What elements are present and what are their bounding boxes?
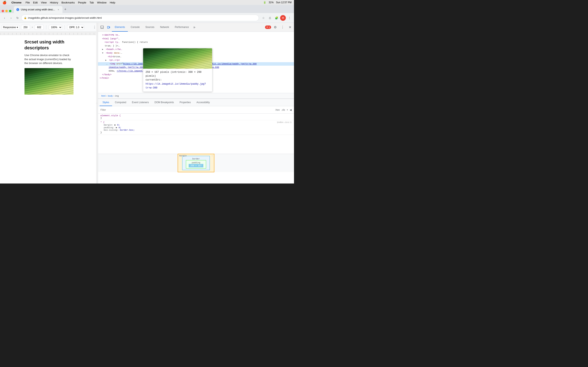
maximize-button[interactable] — [9, 10, 11, 12]
devtools-toolbar-right: ✕ 1 ⚙ ⋮ ✕ — [265, 24, 293, 31]
devtools-toolbar: Elements Console Sources Network Perform… — [98, 23, 294, 32]
tab-performance[interactable]: Performance — [172, 23, 192, 32]
devtools-close-button[interactable]: ✕ — [287, 24, 293, 31]
html-source-panel[interactable]: 250 × 167 pixels (intrinsic: 300 × 200 p… — [98, 32, 294, 93]
menu-bookmarks[interactable]: Bookmarks — [61, 1, 75, 4]
zoom-select[interactable]: 100% — [49, 25, 62, 30]
width-input[interactable] — [21, 25, 30, 30]
devtools-settings-button[interactable]: ⚙ — [272, 24, 278, 31]
cls-button[interactable]: .cls — [281, 108, 285, 111]
breadcrumb-img[interactable]: img — [114, 95, 120, 97]
element-style-close: } — [100, 117, 102, 119]
url-text: imagekitio.github.io/responsive-images-g… — [28, 16, 256, 19]
breadcrumb-bar: html › body › img — [98, 93, 294, 99]
currentsrc-value: https://ik.imagekit.io/ikmedia/paddy.jpg… — [146, 83, 206, 89]
box-model-info: margin - border padding 250 × 167 — [178, 154, 214, 172]
filter-actions: :hov .cls + ◀ — [275, 108, 292, 111]
menu-history[interactable]: History — [50, 1, 58, 4]
address-input[interactable]: 🔒 imagekitio.github.io/responsive-images… — [21, 15, 259, 21]
height-input[interactable] — [35, 25, 44, 30]
tab-sources[interactable]: Sources — [143, 23, 157, 32]
extension-button[interactable]: 🧩 — [274, 15, 279, 21]
tooltip-currentsrc: currentSrc: https://ik.imagekit.io/ikmed… — [146, 78, 210, 90]
tooltip-dimensions: 250 × 167 pixels (intrinsic: 300 × 200 p… — [146, 70, 210, 78]
error-badge[interactable]: ✕ 1 — [265, 25, 271, 29]
ruler — [0, 32, 98, 35]
menu-tab[interactable]: Tab — [89, 1, 94, 4]
tooltip-info: 250 × 167 pixels (intrinsic: 300 × 200 p… — [143, 69, 212, 90]
browser-viewport: Responsive ▾ × 100% DPR: 1.0 ⋮ — [0, 23, 98, 184]
tab-computed[interactable]: Computed — [112, 99, 129, 106]
margin-label: margin — [179, 155, 187, 157]
battery-icon: 🔋 — [263, 1, 266, 4]
active-tab[interactable]: C Using srcset using width desc... × — [14, 6, 62, 13]
menu-items: File Edit View History Bookmarks People … — [26, 1, 115, 4]
menu-view[interactable]: View — [41, 1, 47, 4]
hov-button[interactable]: :hov — [275, 108, 280, 111]
device-emulation-button[interactable] — [105, 24, 112, 31]
tab-close-button[interactable]: × — [57, 8, 60, 11]
mobile-page-content: Srcset using width descriptors Use Chrom… — [20, 35, 78, 99]
tab-event-listeners[interactable]: Event Listeners — [129, 99, 152, 106]
content-box: 250 × 167 — [189, 164, 203, 167]
lock-icon: 🔒 — [24, 17, 27, 19]
device-select[interactable]: Responsive ▾ — [2, 25, 19, 30]
new-tab-button[interactable]: + — [62, 7, 68, 12]
page-heading: Srcset using width descriptors — [25, 39, 73, 51]
app-name[interactable]: Chrome — [11, 1, 21, 4]
style-source[interactable]: index.css:1 — [277, 121, 292, 124]
devtools-tabs: Elements Console Sources Network Perform… — [112, 23, 265, 32]
tab-title: Using srcset using width desc... — [21, 8, 55, 11]
tab-favicon: C — [16, 8, 19, 11]
tab-console[interactable]: Console — [128, 23, 143, 32]
menu-edit[interactable]: Edit — [33, 1, 38, 4]
tab-elements[interactable]: Elements — [112, 23, 128, 32]
three-dots-button[interactable]: … — [105, 62, 108, 66]
dpr-select[interactable]: DPR: 1.0 — [67, 25, 84, 30]
back-button[interactable]: ‹ — [2, 15, 7, 21]
forward-button[interactable]: › — [8, 15, 14, 21]
more-tabs-button[interactable]: » — [192, 25, 197, 29]
svg-rect-2 — [109, 27, 110, 28]
element-style-selector: element.style { — [100, 114, 121, 117]
star-selector: * { — [100, 121, 104, 124]
resize-handle[interactable]: ⋮⋮ — [96, 23, 98, 184]
tab-properties[interactable]: Properties — [177, 99, 194, 106]
inspect-element-button[interactable] — [99, 24, 105, 31]
close-button[interactable] — [2, 10, 4, 12]
menu-file[interactable]: File — [26, 1, 30, 4]
svg-rect-0 — [101, 26, 104, 28]
box-model-area: margin - border padding 250 × 167 — [98, 154, 294, 172]
tab-network[interactable]: Network — [157, 23, 172, 32]
minimize-button[interactable] — [5, 10, 8, 12]
apple-menu[interactable]: 🍎 — [2, 1, 7, 4]
tab-bar: C Using srcset using width desc... × + — [0, 5, 294, 13]
tab-dom-breakpoints[interactable]: DOM Breakpoints — [152, 99, 177, 106]
breadcrumb-html[interactable]: html — [100, 95, 106, 97]
more-button[interactable]: ⋮ — [287, 15, 292, 21]
menu-people[interactable]: People — [78, 1, 86, 4]
bookmark-button[interactable]: ☆ — [260, 15, 266, 21]
devtools-more-button[interactable]: ⋮ — [279, 24, 286, 31]
account-button[interactable]: M — [280, 15, 286, 21]
menu-window[interactable]: Window — [97, 1, 106, 4]
battery-level: 31% — [269, 1, 274, 4]
tab-accessibility[interactable]: Accessibility — [194, 99, 213, 106]
device-toolbar: Responsive ▾ × 100% DPR: 1.0 ⋮ — [0, 23, 98, 32]
traffic-lights — [2, 10, 11, 12]
error-icon: ✕ — [266, 26, 268, 29]
error-count: 1 — [269, 26, 270, 29]
breadcrumb-body[interactable]: body — [107, 95, 113, 97]
toggle-sidebar-button[interactable]: ◀ — [290, 108, 292, 111]
bottom-panel: Styles Computed Event Listeners DOM Brea… — [98, 99, 294, 172]
cast-button[interactable]: ⎙ — [267, 15, 273, 21]
add-style-button[interactable]: + — [287, 108, 288, 111]
refresh-button[interactable]: ↻ — [15, 15, 20, 21]
html-line-html: <html lang="… — [98, 37, 294, 41]
filter-input[interactable] — [100, 108, 273, 112]
device-toolbar-more[interactable]: ⋮ — [93, 25, 96, 29]
menu-help[interactable]: Help — [110, 1, 115, 4]
svg-rect-1 — [107, 26, 109, 28]
tab-styles[interactable]: Styles — [100, 99, 112, 106]
mobile-frame[interactable]: Srcset using width descriptors Use Chrom… — [0, 35, 98, 184]
